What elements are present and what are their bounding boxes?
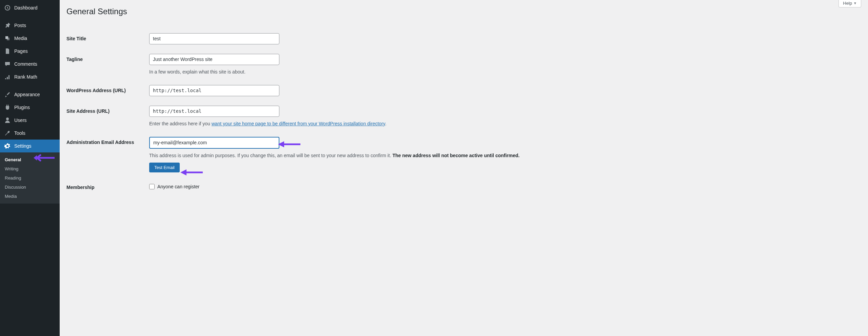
submenu-item-discussion[interactable]: Discussion	[0, 183, 60, 192]
wp-address-input[interactable]	[149, 85, 279, 96]
admin-email-input[interactable]	[149, 137, 279, 149]
site-address-label: Site Address (URL)	[66, 106, 149, 114]
settings-submenu: General Writing Reading Discussion Media	[0, 152, 60, 204]
comments-icon	[4, 61, 11, 67]
site-title-label: Site Title	[66, 33, 149, 41]
tagline-label: Tagline	[66, 54, 149, 62]
dashboard-icon	[4, 4, 11, 11]
membership-label: Membership	[66, 182, 149, 190]
sidebar-item-label: Posts	[14, 23, 26, 28]
brush-icon	[4, 91, 11, 98]
sidebar-item-tools[interactable]: Tools	[0, 127, 60, 140]
sidebar-item-rankmath[interactable]: Rank Math	[0, 70, 60, 83]
wrench-icon	[4, 130, 11, 136]
submenu-item-general[interactable]: General	[0, 155, 60, 164]
svg-point-0	[6, 145, 8, 147]
submenu-item-media[interactable]: Media	[0, 192, 60, 201]
sidebar-item-appearance[interactable]: Appearance	[0, 88, 60, 101]
sidebar-item-label: Appearance	[14, 92, 40, 97]
sidebar-item-label: Rank Math	[14, 74, 37, 80]
tagline-description: In a few words, explain what this site i…	[149, 68, 529, 76]
sidebar-item-posts[interactable]: Posts	[0, 19, 60, 32]
admin-email-label: Administration Email Address	[66, 137, 149, 145]
page-title: General Settings	[66, 3, 861, 23]
help-tab[interactable]: Help ▼	[839, 0, 861, 7]
media-icon	[4, 35, 11, 42]
settings-form: Site Title Tagline In a few words, expla…	[66, 23, 861, 190]
sidebar-item-label: Settings	[14, 143, 32, 149]
chart-icon	[4, 74, 11, 80]
admin-email-description: This address is used for admin purposes.…	[149, 152, 529, 159]
admin-sidebar: Dashboard Posts Media Pages Comments Ran…	[0, 0, 60, 336]
anyone-can-register-checkbox[interactable]	[149, 184, 155, 189]
sidebar-item-label: Users	[14, 118, 27, 123]
sidebar-item-label: Comments	[14, 61, 37, 67]
test-email-button[interactable]: Test Email	[149, 163, 180, 172]
sidebar-item-settings[interactable]: Settings	[0, 140, 60, 152]
sidebar-item-label: Pages	[14, 48, 28, 54]
sidebar-item-label: Plugins	[14, 105, 30, 110]
site-address-description: Enter the address here if you want your …	[149, 120, 529, 127]
anyone-can-register-label: Anyone can register	[157, 184, 200, 189]
sidebar-item-users[interactable]: Users	[0, 114, 60, 127]
sidebar-item-label: Tools	[14, 130, 25, 136]
sidebar-item-label: Dashboard	[14, 5, 38, 10]
pin-icon	[4, 22, 11, 29]
site-title-input[interactable]	[149, 33, 279, 44]
sidebar-item-plugins[interactable]: Plugins	[0, 101, 60, 114]
tagline-input[interactable]	[149, 54, 279, 65]
user-icon	[4, 117, 11, 124]
sidebar-item-comments[interactable]: Comments	[0, 58, 60, 70]
sidebar-item-dashboard[interactable]: Dashboard	[0, 1, 60, 14]
wp-address-label: WordPress Address (URL)	[66, 85, 149, 93]
settings-icon	[4, 143, 11, 149]
site-address-help-link[interactable]: want your site home page to be different…	[212, 121, 385, 126]
chevron-down-icon: ▼	[853, 1, 857, 5]
main-content: Help ▼ General Settings Site Title Tagli…	[60, 0, 868, 336]
plugin-icon	[4, 104, 11, 111]
submenu-item-writing[interactable]: Writing	[0, 164, 60, 173]
sidebar-item-pages[interactable]: Pages	[0, 45, 60, 58]
pages-icon	[4, 48, 11, 55]
sidebar-item-media[interactable]: Media	[0, 32, 60, 45]
submenu-item-reading[interactable]: Reading	[0, 173, 60, 183]
sidebar-item-label: Media	[14, 36, 27, 41]
site-address-input[interactable]	[149, 106, 279, 117]
